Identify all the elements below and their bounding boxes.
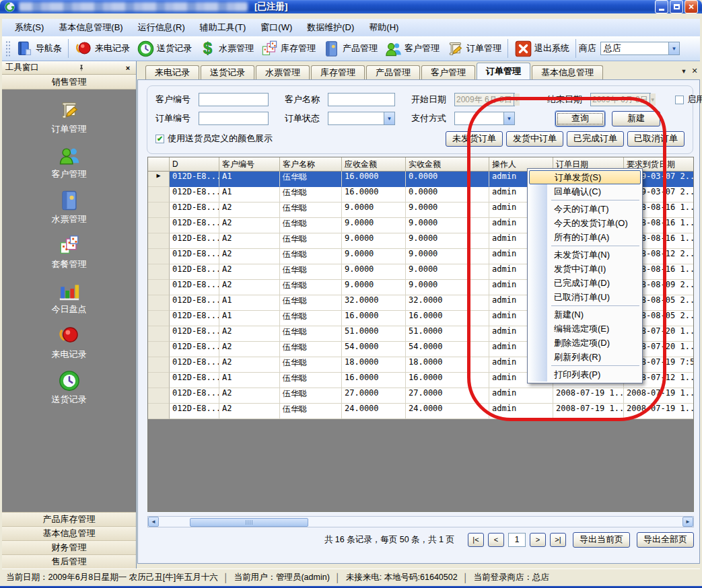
- row-selector[interactable]: [148, 295, 170, 311]
- customer-no-input[interactable]: [199, 93, 269, 106]
- toolbar-call-records-button[interactable]: 来电记录: [71, 38, 133, 59]
- menu-item-3[interactable]: 辅助工具(T): [192, 20, 254, 36]
- new-button[interactable]: 新建: [612, 111, 660, 126]
- export-all-pages-button[interactable]: 导出全部页: [637, 532, 694, 548]
- grid-column-header-4[interactable]: 实收金额: [406, 157, 489, 172]
- shop-select[interactable]: 总店 ▼: [600, 42, 680, 55]
- context-menu-item-7[interactable]: 未发货订单(N): [529, 248, 641, 262]
- scroll-right-icon[interactable]: ►: [682, 517, 693, 527]
- sidebar-section-0[interactable]: 产品库存管理: [2, 512, 136, 526]
- end-date-picker[interactable]: 2009年 6月 8日 ▼: [590, 93, 651, 106]
- row-selector[interactable]: [148, 326, 170, 342]
- color-display-checkbox[interactable]: ✔: [155, 135, 164, 143]
- table-row[interactable]: 012D-E8...A2伍华聪24.000024.0000admin2008-0…: [148, 404, 693, 419]
- row-selector[interactable]: [148, 311, 170, 326]
- sidebar-section-sales[interactable]: 销售管理: [2, 75, 136, 89]
- order-status-filter-button-3[interactable]: 已取消订单: [627, 131, 685, 147]
- context-menu-item-15[interactable]: 刷新列表(R): [529, 350, 641, 364]
- tab-3[interactable]: 库存管理: [311, 65, 365, 79]
- last-page-button[interactable]: >|: [550, 533, 566, 547]
- sidebar-item-water-ticket-mgmt[interactable]: 水票管理: [52, 189, 87, 225]
- scrollbar-thumb[interactable]: [190, 518, 308, 527]
- menu-item-2[interactable]: 运行信息(R): [131, 20, 192, 36]
- menu-item-6[interactable]: 帮助(H): [361, 20, 406, 36]
- order-status-filter-button-0[interactable]: 未发货订单: [446, 131, 503, 147]
- sidebar-section-2[interactable]: 财务管理: [2, 540, 136, 554]
- horizontal-scrollbar[interactable]: ◄ ►: [147, 516, 694, 527]
- context-menu-item-8[interactable]: 发货中订单(I): [529, 262, 641, 276]
- scroll-left-icon[interactable]: ◄: [148, 517, 159, 527]
- row-selector[interactable]: [148, 373, 170, 388]
- context-menu-item-3[interactable]: 今天的订单(T): [529, 202, 641, 216]
- menu-item-1[interactable]: 基本信息管理(B): [51, 20, 130, 36]
- sidebar-item-customer-mgmt[interactable]: 客户管理: [52, 144, 87, 180]
- menu-item-4[interactable]: 窗口(W): [253, 20, 300, 36]
- row-selector[interactable]: ▶: [148, 172, 170, 187]
- row-selector[interactable]: [148, 280, 170, 295]
- order-status-filter-button-2[interactable]: 已完成订单: [567, 131, 624, 147]
- start-date-picker[interactable]: 2009年 6月 8日 ▼: [454, 93, 515, 106]
- context-menu-item-1[interactable]: 回单确认(C): [529, 184, 641, 198]
- tab-7[interactable]: 基本信息管理: [532, 65, 603, 79]
- next-page-button[interactable]: >: [530, 533, 546, 547]
- order-no-input[interactable]: [199, 112, 269, 125]
- grid-column-header-2[interactable]: 客户名称: [280, 157, 342, 172]
- grid-column-header-0[interactable]: D: [170, 157, 219, 172]
- grid-column-header-1[interactable]: 客户编号: [219, 157, 280, 172]
- chevron-down-icon[interactable]: ▼: [668, 42, 679, 54]
- toolbar-exit-system-button[interactable]: 退出系统: [511, 38, 573, 59]
- sidebar-item-call-records[interactable]: 来电记录: [52, 324, 87, 361]
- tab-2[interactable]: 水票管理: [256, 65, 310, 79]
- toolbar-customer-mgmt-button[interactable]: 客户管理: [381, 38, 443, 59]
- query-button[interactable]: 查询: [555, 111, 605, 126]
- row-selector[interactable]: [148, 218, 170, 233]
- context-menu-item-10[interactable]: 已取消订单(U): [529, 290, 641, 304]
- pay-method-select[interactable]: ▼: [454, 112, 515, 125]
- tab-6[interactable]: 订单管理: [477, 63, 530, 79]
- menu-item-0[interactable]: 系统(S): [7, 20, 51, 36]
- row-selector[interactable]: [148, 264, 170, 280]
- row-selector[interactable]: [148, 357, 170, 373]
- context-menu-item-9[interactable]: 已完成订单(D): [529, 276, 641, 290]
- close-panel-icon[interactable]: ×: [123, 63, 133, 73]
- toolbar-water-ticket-mgmt-button[interactable]: $水票管理: [195, 38, 257, 59]
- tab-close-icon[interactable]: ✕: [689, 66, 700, 76]
- context-menu-item-13[interactable]: 编辑选定项(E): [529, 322, 641, 336]
- grid-column-header-3[interactable]: 应收金额: [342, 157, 406, 172]
- table-row[interactable]: 012D-E8...A2伍华聪27.000027.0000admin2008-0…: [148, 388, 693, 404]
- page-number-input[interactable]: [508, 533, 526, 547]
- toolbar-navigation-bar-button[interactable]: 导航条: [12, 38, 65, 59]
- context-menu-item-14[interactable]: 删除选定项(D): [529, 336, 641, 350]
- pin-icon[interactable]: [77, 63, 86, 73]
- tab-0[interactable]: 来电记录: [145, 65, 199, 79]
- row-selector[interactable]: [148, 187, 170, 203]
- tab-list-dropdown-icon[interactable]: ▼: [678, 66, 689, 76]
- context-menu-item-4[interactable]: 今天的发货订单(O): [529, 216, 641, 230]
- close-button[interactable]: ✕: [685, 0, 698, 13]
- toolbar-product-mgmt-button[interactable]: 产品管理: [319, 38, 381, 59]
- enable-checkbox[interactable]: [675, 96, 684, 104]
- toolbar-delivery-records-button[interactable]: 送货记录: [133, 38, 195, 59]
- row-selector[interactable]: [148, 388, 170, 404]
- export-current-page-button[interactable]: 导出当前页: [573, 532, 630, 548]
- context-menu-item-0[interactable]: 订单发货(S): [529, 170, 641, 184]
- context-menu-item-5[interactable]: 所有的订单(A): [529, 230, 641, 244]
- sidebar-item-today-stocktake[interactable]: 今日盘点: [52, 279, 87, 316]
- menu-item-5[interactable]: 数据维护(D): [300, 20, 361, 36]
- sidebar-item-order-mgmt[interactable]: 订单管理: [52, 99, 87, 135]
- context-menu-item-17[interactable]: 打印列表(P): [529, 367, 641, 381]
- customer-name-input[interactable]: [328, 93, 395, 106]
- context-menu-item-12[interactable]: 新建(N): [529, 307, 641, 322]
- sidebar-item-delivery-records[interactable]: 送货记录: [52, 369, 87, 406]
- toolbar-grip[interactable]: [5, 40, 10, 57]
- minimize-button[interactable]: [655, 0, 668, 13]
- toolbar-order-mgmt-button[interactable]: 订单管理: [443, 38, 505, 59]
- row-selector[interactable]: [148, 233, 170, 249]
- sidebar-section-1[interactable]: 基本信息管理: [2, 526, 136, 540]
- sidebar-item-package-mgmt[interactable]: 套餐管理: [52, 234, 87, 270]
- sidebar-section-3[interactable]: 售后管理: [2, 554, 136, 568]
- first-page-button[interactable]: |<: [468, 533, 484, 547]
- toolbar-inventory-mgmt-button[interactable]: 库存管理: [257, 38, 319, 59]
- tab-4[interactable]: 产品管理: [366, 65, 420, 79]
- tab-1[interactable]: 送货记录: [201, 65, 254, 79]
